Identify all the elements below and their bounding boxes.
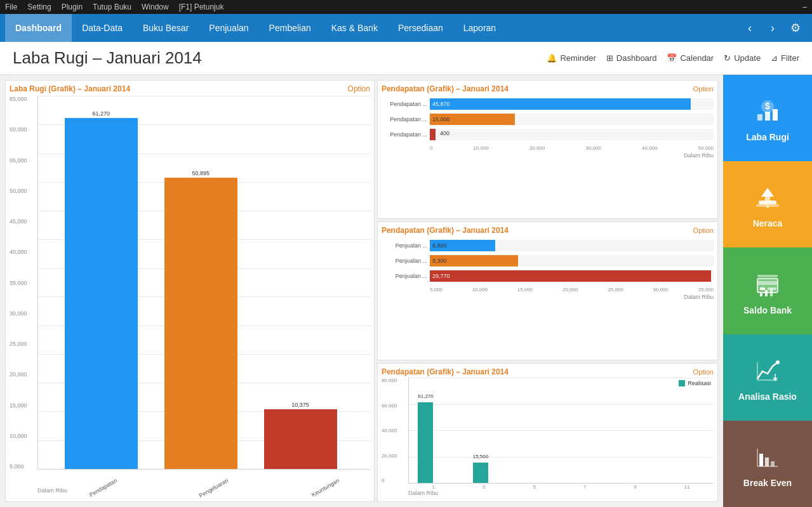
bar-pengeluaran-value: 50,895 — [192, 170, 210, 176]
svg-rect-14 — [757, 275, 778, 277]
laba-rugi-icon: $ — [751, 94, 784, 127]
charts-area: Laba Rugi (Grafik) – Januari 2014 Option… — [5, 80, 718, 502]
filter-label: Filter — [781, 53, 799, 63]
main-content: Laba Rugi (Grafik) – Januari 2014 Option… — [0, 75, 812, 507]
dashboard-btn[interactable]: ⊞ Dashboard — [606, 53, 657, 63]
window-minimize[interactable]: – — [802, 3, 807, 11]
hbar-fill-1: 45,870 — [430, 98, 691, 110]
update-btn[interactable]: ↻ Update — [724, 53, 761, 63]
top-right-chart: Pendapatan (Grafik) – Januari 2014 Optio… — [377, 80, 718, 219]
mbar-label-1: Penjualan ... — [382, 242, 427, 249]
svg-rect-16 — [765, 290, 768, 296]
saldo-bank-icon — [751, 267, 784, 300]
svg-rect-17 — [770, 289, 773, 296]
svg-rect-4 — [773, 109, 778, 121]
nav-pembelian[interactable]: Pembelian — [259, 14, 321, 42]
svg-rect-25 — [759, 454, 763, 466]
nav-kas-bank[interactable]: Kas & Bank — [321, 14, 388, 42]
menu-window[interactable]: Window — [142, 3, 169, 11]
hbar-val-3: 400 — [440, 130, 449, 136]
svg-rect-15 — [760, 293, 762, 296]
reminder-btn[interactable]: 🔔 Reminder — [547, 53, 596, 63]
svg-rect-2 — [757, 114, 762, 121]
nav-penjualan[interactable]: Penjualan — [199, 14, 258, 42]
calendar-btn[interactable]: 📅 Calendar — [667, 53, 714, 63]
svg-rect-12 — [760, 287, 765, 290]
hbar-val-2: 15,000 — [432, 116, 450, 122]
bottom-right-option[interactable]: Option — [693, 368, 714, 376]
hbar-fill-2: 15,000 — [430, 114, 515, 125]
left-chart-title: Laba Rugi (Grafik) – Januari 2014 — [10, 84, 130, 93]
right-sidebar: $ Laba Rugi $ Neraca — [723, 75, 812, 507]
bottom-bar-2: 15,500 — [473, 463, 488, 483]
left-chart-option[interactable]: Option — [348, 84, 370, 93]
svg-marker-7 — [761, 188, 774, 197]
top-right-title: Pendapatan (Grafik) – Januari 2014 — [382, 84, 509, 93]
hbar-label-2: Pendapatan ... — [382, 116, 427, 122]
filter-btn[interactable]: ⊿ Filter — [771, 53, 799, 63]
mbar-fill-3: 29,770 — [430, 270, 711, 282]
menu-setting[interactable]: Setting — [27, 3, 51, 11]
menu-tutup-buku[interactable]: Tutup Buku — [93, 3, 131, 11]
bottom-dalam-ribu: Dalam Ribu — [408, 490, 714, 496]
svg-text:$: $ — [766, 204, 769, 209]
break-even-label: Break Even — [743, 478, 792, 488]
page-header: Laba Rugi – Januari 2014 🔔 Reminder ⊞ Da… — [0, 42, 812, 75]
break-even-icon — [751, 440, 784, 473]
sidebar-analisa-btn[interactable]: Analisa Rasio — [723, 334, 812, 421]
nav-persediaan[interactable]: Persediaan — [388, 14, 453, 42]
x-label-pengeluaran: Pengeluaran — [187, 477, 229, 505]
mbar-label-3: Penjualan ... — [382, 273, 427, 279]
sidebar-laba-rugi-btn[interactable]: $ Laba Rugi — [723, 75, 812, 161]
legend-label: Realisasi — [688, 380, 711, 386]
header-actions: 🔔 Reminder ⊞ Dashboard 📅 Calendar ↻ Upda… — [547, 53, 799, 63]
bar-keuntungan — [264, 409, 337, 469]
nav-laporan[interactable]: Laporan — [453, 14, 506, 42]
bottom-bar-1: 61,270 — [418, 402, 433, 483]
sidebar-saldo-bank-btn[interactable]: Saldo Bank — [723, 247, 812, 334]
mid-right-option[interactable]: Option — [693, 227, 714, 234]
svg-text:$: $ — [765, 101, 770, 111]
refresh-icon: ↻ — [724, 53, 731, 63]
nav-prev-icon[interactable]: ‹ — [738, 16, 761, 39]
mbar-fill-1: 6,800 — [430, 240, 495, 251]
reminder-label: Reminder — [560, 53, 596, 63]
mid-right-title: Pendapatan (Grafik) – Januari 2014 — [382, 226, 509, 235]
top-right-option[interactable]: Option — [693, 85, 714, 93]
mid-right-chart: Pendapatan (Grafik) – Januari 2014 Optio… — [377, 221, 718, 360]
calendar-icon: 📅 — [667, 53, 677, 63]
nav-dashboard[interactable]: Dashboard — [5, 14, 72, 42]
neraca-label: Neraca — [753, 218, 783, 228]
dashboard-icon: ⊞ — [606, 53, 613, 63]
svg-rect-11 — [757, 281, 778, 285]
menu-file[interactable]: File — [5, 3, 17, 11]
top-dalam-ribu: Dalam Ribu — [382, 152, 714, 159]
nav-settings-icon[interactable]: ⚙ — [784, 16, 807, 39]
mbar-val-1: 6,800 — [432, 242, 447, 249]
analisa-rasio-label: Analisa Rasio — [738, 392, 797, 402]
bar-pendapatan-value: 61,270 — [93, 110, 110, 117]
update-label: Update — [734, 53, 761, 63]
menu-petunjuk[interactable]: [F1] Petunjuk — [179, 3, 224, 11]
title-bar: File Setting Plugin Tutup Buku Window [F… — [0, 0, 812, 14]
bar-keuntungan-value: 10,375 — [291, 402, 309, 408]
svg-point-18 — [776, 360, 780, 364]
legend-color — [679, 380, 685, 386]
nav-bar: Dashboard Data-Data Buku Besar Penjualan… — [0, 14, 812, 42]
nav-data-data[interactable]: Data-Data — [72, 14, 133, 42]
nav-next-icon[interactable]: › — [761, 16, 784, 39]
sidebar-neraca-btn[interactable]: $ Neraca — [723, 161, 812, 247]
nav-buku-besar[interactable]: Buku Besar — [133, 14, 199, 42]
menu-plugin[interactable]: Plugin — [62, 3, 83, 11]
bottom-right-chart: Pendapatan (Grafik) – Januari 2014 Optio… — [377, 363, 718, 502]
analisa-rasio-icon — [751, 353, 784, 386]
left-panel: Laba Rugi (Grafik) – Januari 2014 Option… — [0, 75, 723, 507]
mbar-fill-2: 9,300 — [430, 255, 518, 267]
laba-rugi-label: Laba Rugi — [746, 132, 789, 142]
dalam-ribu-left: Dalam Ribu — [37, 487, 67, 494]
calendar-label: Calendar — [680, 53, 714, 63]
page-title: Laba Rugi – Januari 2014 — [13, 48, 202, 68]
hbar-label-3: Pendapatan ... — [382, 131, 427, 138]
sidebar-break-even-btn[interactable]: Break Even — [723, 421, 812, 507]
bar-pengeluaran — [164, 178, 237, 469]
